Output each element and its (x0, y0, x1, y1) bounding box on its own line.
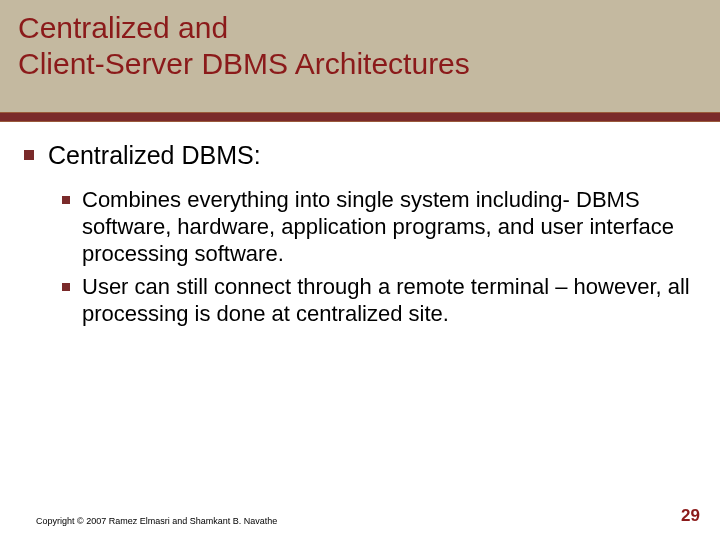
title-band: Centralized andClient-Server DBMS Archit… (0, 0, 720, 112)
bullet-level1: Centralized DBMS: (24, 140, 696, 171)
heading-text: Centralized DBMS: (48, 140, 261, 171)
bullet-level2: User can still connect through a remote … (62, 274, 696, 328)
copyright-text: Copyright © 2007 Ramez Elmasri and Shamk… (36, 516, 277, 526)
accent-strip (0, 112, 720, 122)
footer: Copyright © 2007 Ramez Elmasri and Shamk… (36, 506, 700, 526)
content-area: Centralized DBMS: Combines everything in… (0, 122, 720, 327)
square-bullet-icon (24, 150, 34, 160)
slide: Centralized andClient-Server DBMS Archit… (0, 0, 720, 540)
bullet-level2: Combines everything into single system i… (62, 187, 696, 267)
sub-bullet-text: User can still connect through a remote … (82, 274, 696, 328)
square-bullet-icon (62, 283, 70, 291)
slide-title: Centralized andClient-Server DBMS Archit… (18, 10, 702, 82)
sublist: Combines everything into single system i… (24, 181, 696, 327)
page-number: 29 (681, 506, 700, 526)
square-bullet-icon (62, 196, 70, 204)
sub-bullet-text: Combines everything into single system i… (82, 187, 696, 267)
